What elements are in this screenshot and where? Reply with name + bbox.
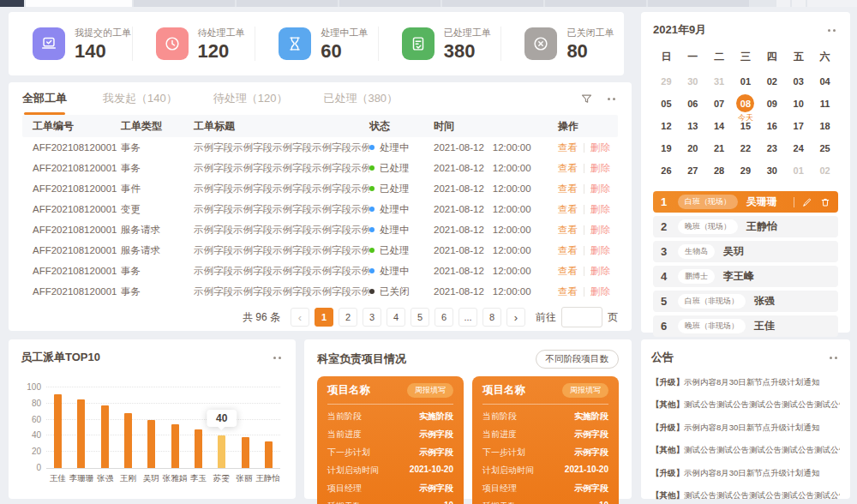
browser-tab[interactable] — [442, 0, 543, 7]
calendar-day[interactable]: 25 — [812, 139, 838, 157]
delete-link[interactable]: 删除 — [590, 203, 610, 216]
view-link[interactable]: 查看 — [558, 141, 578, 154]
browser-tab[interactable] — [134, 0, 235, 7]
chart-bar[interactable] — [195, 429, 202, 468]
more-pages-button[interactable]: ... — [458, 308, 477, 327]
delete-link[interactable]: 删除 — [590, 285, 610, 298]
calendar-day[interactable]: 19 — [653, 139, 680, 157]
filter-icon[interactable] — [580, 93, 593, 105]
tab-all-orders[interactable]: 全部工单 — [22, 82, 67, 115]
page-button[interactable]: 3 — [363, 308, 381, 327]
calendar-day[interactable]: 22 — [733, 139, 759, 157]
delete-link[interactable]: 删除 — [590, 265, 610, 278]
calendar-day[interactable]: 27 — [680, 161, 706, 179]
edit-icon[interactable] — [802, 197, 812, 207]
calendar-day[interactable]: 04 — [812, 72, 838, 90]
page-button[interactable]: 6 — [434, 308, 453, 327]
view-link[interactable]: 查看 — [558, 285, 578, 298]
chart-bar[interactable] — [171, 424, 179, 468]
chart-bar[interactable] — [242, 437, 249, 468]
stage-count-button[interactable]: 不同阶段项目数 — [536, 350, 620, 369]
more-icon[interactable] — [825, 27, 838, 34]
window-control[interactable] — [792, 0, 806, 7]
weekly-report-badge[interactable]: 周报填写 — [407, 383, 453, 398]
browser-tab[interactable] — [648, 0, 749, 7]
chart-bar[interactable] — [54, 394, 62, 468]
calendar-day[interactable]: 14 — [706, 117, 733, 135]
calendar-day[interactable]: 29 — [733, 161, 759, 179]
page-button[interactable]: 1 — [315, 308, 333, 327]
calendar-day[interactable]: 30 — [680, 72, 706, 90]
more-icon[interactable] — [271, 354, 284, 362]
calendar-day[interactable]: 01 — [733, 72, 759, 90]
view-link[interactable]: 查看 — [558, 265, 578, 278]
page-button[interactable]: 8 — [482, 308, 501, 327]
tab-my-submitted[interactable]: 我发起（140） — [103, 82, 177, 115]
shift-row[interactable]: 5白班（非现场）张强 — [653, 291, 838, 312]
view-link[interactable]: 查看 — [558, 162, 578, 175]
calendar-day[interactable]: 16 — [758, 117, 785, 135]
chart-bar[interactable] — [265, 441, 273, 468]
calendar-day[interactable]: 06 — [680, 94, 706, 112]
chart-bar[interactable] — [147, 420, 155, 468]
chart-bar[interactable] — [218, 435, 225, 468]
browser-tab[interactable] — [0, 0, 24, 7]
notice-item[interactable]: 【其他】测试公告测试公告测试公告测试公告测试公告 — [651, 490, 840, 501]
delete-link[interactable]: 删除 — [590, 141, 610, 154]
calendar-day[interactable]: 02 — [812, 161, 838, 179]
calendar-day[interactable]: 23 — [758, 139, 785, 157]
calendar-day[interactable]: 29 — [653, 72, 680, 90]
calendar-day[interactable]: 20 — [680, 139, 706, 157]
chart-bar[interactable] — [77, 399, 85, 468]
calendar-day[interactable]: 18 — [812, 117, 838, 135]
calendar-day[interactable]: 13 — [680, 117, 706, 135]
shift-row[interactable]: 6晚班（非现场）王佳 — [653, 315, 838, 337]
notice-item[interactable]: 【升级】示例内容8月30日新节点升级计划通知 — [651, 377, 840, 388]
delete-link[interactable]: 删除 — [590, 183, 610, 195]
tab-processed[interactable]: 已处理（380） — [323, 82, 398, 115]
calendar-day[interactable]: 12 — [653, 117, 680, 135]
view-link[interactable]: 查看 — [558, 183, 578, 195]
delete-icon[interactable] — [820, 197, 830, 207]
delete-link[interactable]: 删除 — [590, 244, 610, 257]
delete-link[interactable]: 删除 — [590, 162, 610, 175]
more-icon[interactable] — [605, 95, 618, 103]
shift-row[interactable]: 2晚班（现场）王静怡 — [653, 216, 838, 237]
notice-item[interactable]: 【其他】测试公告测试公告测试公告测试公告测试公告 — [651, 399, 840, 411]
window-control[interactable] — [776, 0, 790, 7]
calendar-day[interactable]: 07 — [706, 94, 733, 112]
calendar-day[interactable]: 21 — [706, 139, 733, 157]
notice-item[interactable]: 【其他】测试公告测试公告测试公告测试公告测试公告 — [651, 445, 840, 456]
browser-tab-active[interactable] — [26, 0, 132, 7]
calendar-day[interactable]: 26 — [653, 161, 680, 179]
calendar-day[interactable]: 30 — [758, 161, 785, 179]
window-control[interactable] — [807, 0, 857, 7]
calendar-day[interactable]: 09 — [758, 94, 785, 112]
more-icon[interactable] — [827, 354, 840, 362]
calendar-day[interactable]: 05 — [653, 94, 680, 112]
page-button[interactable]: 2 — [339, 308, 357, 327]
shift-row[interactable]: 1白班（现场）吴珊珊 — [653, 191, 838, 213]
calendar-day[interactable]: 02 — [758, 72, 785, 90]
weekly-report-badge[interactable]: 周报填写 — [562, 383, 608, 398]
calendar-day[interactable]: 31 — [706, 72, 733, 90]
delete-link[interactable]: 删除 — [590, 224, 610, 237]
browser-tab[interactable] — [339, 0, 440, 7]
view-link[interactable]: 查看 — [558, 244, 578, 257]
next-page-button[interactable]: › — [506, 308, 525, 327]
calendar-day[interactable]: 03 — [785, 72, 812, 90]
browser-tab[interactable] — [237, 0, 338, 7]
browser-tab[interactable] — [545, 0, 646, 7]
shift-row[interactable]: 3生物岛吴玥 — [653, 241, 838, 262]
calendar-day[interactable]: 11 — [812, 94, 838, 112]
notice-item[interactable]: 【升级】示例内容8月30日新节点升级计划通知 — [651, 423, 840, 434]
calendar-day[interactable]: 24 — [785, 139, 812, 157]
view-link[interactable]: 查看 — [558, 224, 578, 237]
tab-pending[interactable]: 待处理（120） — [213, 82, 288, 115]
calendar-day[interactable]: 15 — [733, 117, 759, 135]
page-button[interactable]: 4 — [387, 308, 405, 327]
chart-bar[interactable] — [101, 405, 109, 468]
calendar-day[interactable]: 01 — [785, 161, 812, 179]
calendar-day[interactable]: 17 — [785, 117, 812, 135]
goto-page-input[interactable] — [561, 307, 602, 327]
